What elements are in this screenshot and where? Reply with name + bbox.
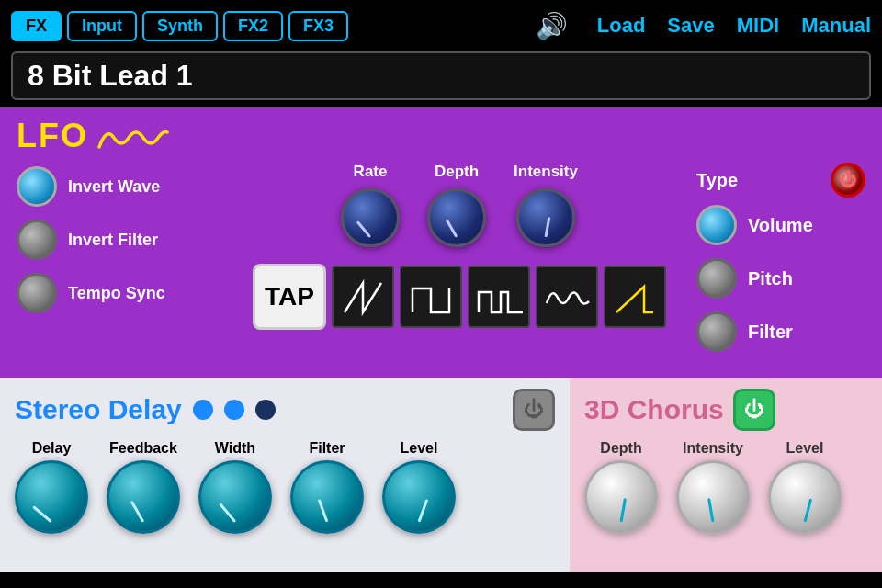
- lfo-title-row: LFO: [17, 117, 865, 155]
- tap-wave-row: TAP: [253, 264, 666, 330]
- chorus-knob-group-2: Level: [768, 440, 842, 534]
- load-button[interactable]: Load: [597, 14, 646, 38]
- preset-bar: 8 Bit Lead 1: [0, 51, 882, 107]
- lfo-title: LFO: [17, 117, 88, 155]
- delay-title-row: Stereo Delay ⏻: [15, 389, 555, 431]
- waveform-ramp-btn[interactable]: [604, 266, 666, 328]
- chorus-title: 3D Chorus: [584, 394, 724, 425]
- rate-knob-indicator: [356, 220, 371, 238]
- depth-lfo-label: Depth: [435, 163, 479, 181]
- nav-btn-input[interactable]: Input: [67, 11, 137, 41]
- delay-knob-1-indicator: [130, 501, 145, 523]
- rate-knob-group: Rate: [341, 163, 400, 247]
- rate-label: Rate: [354, 163, 388, 181]
- intensity-knob[interactable]: [516, 188, 575, 247]
- chorus-label-0: Depth: [600, 440, 641, 457]
- invert-wave-toggle[interactable]: [17, 166, 57, 207]
- delay-label-2: Width: [215, 440, 255, 457]
- nav-btn-fx2[interactable]: FX2: [223, 11, 283, 41]
- top-bar: FX Input Synth FX2 FX3 🔊 Load Save MIDI …: [0, 0, 882, 51]
- save-button[interactable]: Save: [667, 14, 714, 38]
- lfo-toggles: Invert Wave Invert Filter Tempo Sync: [17, 166, 228, 313]
- lfo-center: Rate Depth Intensity: [228, 163, 682, 330]
- delay-knob-3[interactable]: [290, 460, 364, 534]
- waveform-pulse-btn[interactable]: [468, 266, 530, 328]
- delay-dot-1: [193, 400, 213, 420]
- chorus-knob-group-1: Intensity: [676, 440, 750, 534]
- delay-knob-2[interactable]: [198, 460, 272, 534]
- lfo-main: Invert Wave Invert Filter Tempo Sync Rat…: [17, 163, 865, 365]
- chorus-knob-1[interactable]: [676, 460, 750, 534]
- depth-lfo-knob[interactable]: [427, 188, 486, 247]
- chorus-panel: 3D Chorus ⏻ Depth Intensity Level: [570, 378, 882, 572]
- type-pitch-toggle[interactable]: [696, 258, 737, 299]
- chorus-knob-2-indicator: [804, 498, 813, 522]
- type-pitch-label: Pitch: [748, 268, 793, 289]
- delay-power-button[interactable]: ⏻: [513, 389, 555, 431]
- type-filter-option: Filter: [696, 311, 793, 352]
- chorus-title-row: 3D Chorus ⏻: [584, 389, 867, 431]
- waveform-square-btn[interactable]: [400, 266, 462, 328]
- intensity-knob-group: Intensity: [514, 163, 578, 247]
- type-volume-toggle[interactable]: [696, 205, 737, 245]
- midi-button[interactable]: MIDI: [737, 14, 779, 38]
- delay-knob-4-indicator: [418, 499, 429, 522]
- delay-label-4: Level: [401, 440, 438, 457]
- delay-label-1: Feedback: [109, 440, 177, 457]
- chorus-knobs: Depth Intensity Level: [584, 440, 867, 534]
- depth-lfo-knob-indicator: [446, 219, 458, 238]
- waveform-pulse-icon: [475, 274, 523, 320]
- chorus-power-button[interactable]: ⏻: [733, 389, 775, 431]
- delay-knob-4[interactable]: [382, 460, 456, 534]
- delay-knobs: Delay Feedback Width Filter: [15, 440, 555, 534]
- invert-filter-toggle[interactable]: [17, 220, 57, 260]
- chorus-knob-0[interactable]: [584, 460, 658, 534]
- lfo-right: Type ⏻ Volume Pitch Filter: [682, 163, 865, 365]
- chorus-label-2: Level: [786, 440, 824, 457]
- delay-knob-1[interactable]: [107, 460, 180, 534]
- tempo-sync-toggle[interactable]: [17, 273, 57, 313]
- type-label: Type: [696, 170, 738, 191]
- delay-label-0: Delay: [32, 440, 72, 457]
- intensity-knob-indicator: [545, 217, 551, 237]
- delay-dot-3: [255, 400, 276, 420]
- invert-filter-label: Invert Filter: [68, 231, 158, 250]
- bottom-panels: Stereo Delay ⏻ Delay Feedback Width: [0, 378, 882, 572]
- rate-knob[interactable]: [341, 188, 400, 247]
- nav-btn-fx3[interactable]: FX3: [288, 11, 348, 41]
- type-volume-label: Volume: [748, 215, 813, 236]
- type-filter-label: Filter: [748, 322, 793, 343]
- delay-knob-group-3: Filter: [290, 440, 364, 534]
- waveform-saw-btn[interactable]: [332, 266, 394, 328]
- delay-knob-3-indicator: [318, 499, 329, 522]
- type-filter-toggle[interactable]: [696, 311, 737, 352]
- chorus-knob-2[interactable]: [768, 460, 842, 534]
- waveform-ramp-icon: [611, 274, 659, 320]
- lfo-panel: LFO Invert Wave Invert Filter Tempo Sync: [0, 107, 882, 378]
- nav-btn-synth[interactable]: Synth: [142, 11, 218, 41]
- chorus-knob-0-indicator: [620, 498, 627, 522]
- tap-button[interactable]: TAP: [253, 264, 326, 330]
- waveform-sine-btn[interactable]: [536, 266, 598, 328]
- lfo-wave-icon: [96, 121, 169, 154]
- invert-filter-row: Invert Filter: [17, 220, 228, 260]
- chorus-knob-1-indicator: [707, 498, 714, 522]
- preset-name: 8 Bit Lead 1: [11, 51, 871, 100]
- manual-button[interactable]: Manual: [801, 14, 871, 38]
- type-volume-option: Volume: [696, 205, 813, 245]
- delay-knob-group-1: Feedback: [107, 440, 180, 534]
- chorus-label-1: Intensity: [683, 440, 743, 457]
- depth-knob-group: Depth: [427, 163, 486, 247]
- nav-btn-fx[interactable]: FX: [11, 11, 62, 41]
- delay-knob-group-2: Width: [198, 440, 272, 534]
- invert-wave-row: Invert Wave: [17, 166, 228, 207]
- invert-wave-label: Invert Wave: [68, 177, 160, 197]
- delay-knob-2-indicator: [219, 503, 236, 523]
- speaker-icon: 🔊: [536, 11, 568, 41]
- delay-knob-group-4: Level: [382, 440, 456, 534]
- delay-knob-group-0: Delay: [15, 440, 88, 534]
- delay-knob-0[interactable]: [15, 460, 88, 534]
- delay-title: Stereo Delay: [15, 394, 182, 425]
- lfo-power-button[interactable]: ⏻: [831, 163, 865, 198]
- tempo-sync-label: Tempo Sync: [68, 284, 165, 303]
